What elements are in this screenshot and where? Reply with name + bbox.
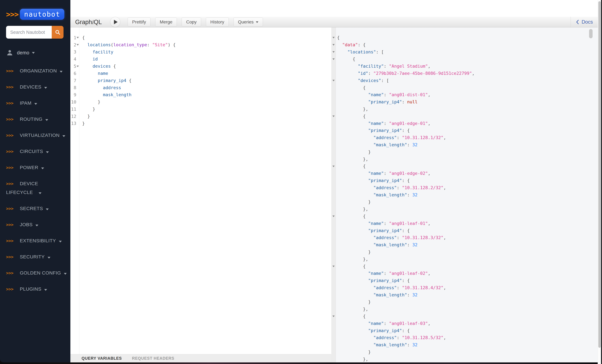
sidebar-item-plugins[interactable]: >>>PLUGINS bbox=[0, 281, 70, 298]
code-line: "address": "10.31.128.4/32", bbox=[337, 284, 598, 291]
gutter-row bbox=[331, 341, 336, 349]
gutter-row bbox=[331, 191, 336, 198]
code-line[interactable]: facility bbox=[82, 49, 331, 56]
code-line: }, bbox=[337, 256, 598, 263]
search-input[interactable] bbox=[6, 26, 52, 39]
graphiql-app: GraphiQL PrettifyMergeCopyHistory Querie… bbox=[70, 0, 598, 362]
sidebar-item-secrets[interactable]: >>>SECRETS bbox=[0, 201, 70, 217]
sidebar-item-jobs[interactable]: >>>JOBS bbox=[0, 217, 70, 233]
execute-query-button[interactable] bbox=[110, 17, 120, 27]
tab-query-variables[interactable]: QUERY VARIABLES bbox=[82, 356, 122, 361]
docs-toggle[interactable]: Docs bbox=[570, 17, 598, 27]
fold-toggle-icon[interactable] bbox=[77, 66, 79, 67]
code-line: "primary_ip4": null bbox=[337, 98, 598, 106]
fold-toggle-icon[interactable] bbox=[333, 166, 335, 167]
code-line: "address": "10.31.128.1/32", bbox=[337, 134, 598, 141]
code-line: "name": "ang01-dist-01", bbox=[337, 91, 598, 98]
sidebar-item-label: POWER bbox=[20, 165, 38, 170]
gutter-row bbox=[331, 63, 336, 70]
sidebar-item-label: IPAM bbox=[20, 100, 32, 106]
graphiql-content: 12345678910111213 { locations(location_t… bbox=[70, 27, 598, 362]
gutter-row bbox=[331, 34, 336, 41]
query-editor-code[interactable]: { locations(location_type: "Site") { fac… bbox=[79, 27, 331, 354]
code-line: "primary_ip4": { bbox=[337, 177, 598, 184]
code-line: "mask_length": 32 bbox=[337, 191, 598, 198]
fold-toggle-icon[interactable] bbox=[77, 44, 79, 46]
fold-toggle-icon[interactable] bbox=[333, 58, 335, 60]
code-line[interactable]: mask_length bbox=[82, 91, 331, 98]
nautobot-logo-pill: nautobot bbox=[20, 9, 64, 20]
fold-toggle-icon[interactable] bbox=[333, 266, 335, 267]
code-line: "data": { bbox=[337, 41, 598, 49]
gutter-row bbox=[331, 170, 336, 177]
chevron-down-icon bbox=[60, 71, 63, 73]
sidebar-item-extensibility[interactable]: >>>EXTENSIBILITY bbox=[0, 233, 70, 249]
code-line[interactable]: { bbox=[82, 34, 331, 41]
code-line[interactable]: } bbox=[82, 106, 331, 113]
code-line[interactable]: id bbox=[82, 55, 331, 63]
sidebar-item-organization[interactable]: >>>ORGANIZATION bbox=[0, 63, 70, 79]
history-button[interactable]: History bbox=[206, 18, 229, 26]
fold-toggle-icon[interactable] bbox=[333, 80, 335, 81]
code-line: { bbox=[337, 163, 598, 170]
code-line[interactable]: primary_ip4 { bbox=[82, 77, 331, 84]
gutter-row bbox=[331, 320, 336, 327]
fold-toggle-icon[interactable] bbox=[333, 37, 335, 38]
code-line[interactable]: } bbox=[82, 120, 331, 127]
code-line: "name": "ang01-edge-02", bbox=[337, 170, 598, 177]
result-scrollbar-thumb[interactable] bbox=[589, 29, 592, 38]
gutter-row bbox=[331, 234, 336, 241]
nautobot-logo[interactable]: >>> nautobot bbox=[6, 9, 70, 20]
merge-button[interactable]: Merge bbox=[155, 18, 177, 26]
fold-toggle-icon[interactable] bbox=[333, 315, 335, 317]
gutter-row bbox=[331, 156, 336, 163]
sidebar-item-ipam[interactable]: >>>IPAM bbox=[0, 95, 70, 112]
sidebar-item-power[interactable]: >>>POWER bbox=[0, 160, 70, 176]
gutter-row bbox=[331, 49, 336, 56]
play-icon bbox=[114, 20, 118, 24]
prompt-chevrons-icon: >>> bbox=[6, 79, 15, 95]
tab-request-headers[interactable]: REQUEST HEADERS bbox=[132, 356, 174, 361]
sidebar-item-circuits[interactable]: >>>CIRCUITS bbox=[0, 144, 70, 160]
prompt-chevrons-icon: >>> bbox=[6, 63, 15, 79]
code-line[interactable]: } bbox=[82, 98, 331, 106]
code-line: }, bbox=[337, 306, 598, 313]
sidebar-item-security[interactable]: >>>SECURITY bbox=[0, 249, 70, 265]
code-line[interactable]: name bbox=[82, 70, 331, 77]
prettify-button[interactable]: Prettify bbox=[128, 18, 150, 26]
gutter-row bbox=[331, 98, 336, 106]
gutter-row bbox=[331, 84, 336, 91]
code-line[interactable]: address bbox=[82, 84, 331, 91]
sidebar-nav: >>>ORGANIZATION>>>DEVICES>>>IPAM>>>ROUTI… bbox=[0, 63, 70, 298]
prompt-chevrons-icon: >>> bbox=[6, 217, 15, 232]
gutter-row bbox=[331, 113, 336, 120]
chevron-down-icon bbox=[48, 257, 50, 259]
code-line[interactable]: } bbox=[82, 113, 331, 120]
search-button[interactable] bbox=[52, 26, 64, 39]
sidebar-item-virtualization[interactable]: >>>VIRTUALIZATION bbox=[0, 128, 70, 144]
code-line[interactable]: devices { bbox=[82, 63, 331, 70]
gutter-row bbox=[331, 291, 336, 299]
sidebar-item-golden-config[interactable]: >>>GOLDEN CONFIG bbox=[0, 265, 70, 281]
browser-scrollbar-thumb[interactable] bbox=[598, 1, 601, 348]
sidebar-item-routing[interactable]: >>>ROUTING bbox=[0, 112, 70, 128]
fold-toggle-icon[interactable] bbox=[333, 51, 335, 53]
queries-button[interactable]: Queries bbox=[234, 18, 263, 26]
chevron-down-icon bbox=[64, 273, 67, 275]
query-editor[interactable]: 12345678910111213 { locations(location_t… bbox=[70, 27, 331, 362]
copy-button[interactable]: Copy bbox=[182, 18, 201, 26]
gutter-row: 9 bbox=[70, 91, 79, 98]
fold-toggle-icon[interactable] bbox=[77, 37, 79, 38]
line-number: 12 bbox=[71, 114, 76, 119]
user-menu[interactable]: demo bbox=[6, 48, 70, 58]
fold-toggle-icon[interactable] bbox=[333, 115, 335, 117]
fold-toggle-icon[interactable] bbox=[333, 216, 335, 217]
code-line[interactable]: locations(location_type: "Site") { bbox=[82, 41, 331, 49]
line-number: 3 bbox=[74, 50, 76, 54]
sidebar-item-devices[interactable]: >>>DEVICES bbox=[0, 79, 70, 95]
sidebar-item-device-lifecycle[interactable]: >>>DEVICE LIFECYCLE bbox=[0, 176, 70, 201]
browser-scrollbar-track[interactable] bbox=[598, 0, 601, 364]
code-line: } bbox=[337, 298, 598, 306]
code-line: { bbox=[337, 34, 598, 41]
fold-toggle-icon[interactable] bbox=[333, 44, 335, 46]
